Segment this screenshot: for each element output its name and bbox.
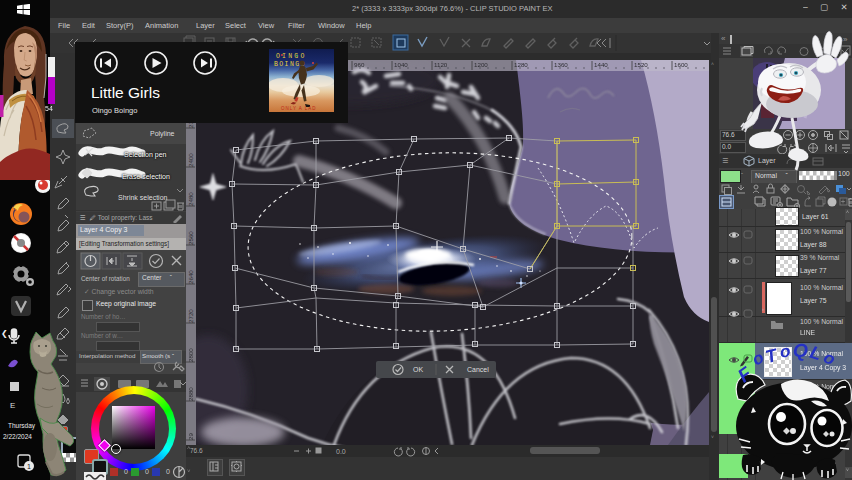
svg-text:2880: 2880 — [187, 387, 194, 401]
svg-text:Little Girls: Little Girls — [91, 84, 160, 101]
svg-text:1600: 1600 — [674, 61, 688, 68]
svg-text:2400: 2400 — [187, 153, 194, 167]
svg-text:1360: 1360 — [554, 61, 568, 68]
svg-text:1120: 1120 — [434, 61, 448, 68]
svg-text:1200: 1200 — [474, 61, 488, 68]
svg-text:OINGO: OINGO — [276, 53, 307, 60]
svg-text:2480: 2480 — [187, 192, 194, 206]
svg-text:1040: 1040 — [394, 61, 408, 68]
svg-text:ONLY A LAD: ONLY A LAD — [281, 106, 317, 111]
svg-text:2640: 2640 — [187, 270, 194, 284]
svg-text:2560: 2560 — [187, 231, 194, 245]
svg-text:Oingo Boingo: Oingo Boingo — [92, 106, 137, 115]
svg-text:960: 960 — [354, 61, 365, 68]
svg-text:1280: 1280 — [514, 61, 528, 68]
svg-text:2720: 2720 — [187, 309, 194, 323]
svg-text:E: E — [10, 401, 15, 410]
svg-text:1520: 1520 — [634, 61, 648, 68]
svg-text:0.0: 0.0 — [336, 448, 346, 455]
svg-text:1440: 1440 — [594, 61, 608, 68]
svg-text:29: 29 — [187, 433, 194, 440]
svg-text:2800: 2800 — [187, 348, 194, 362]
